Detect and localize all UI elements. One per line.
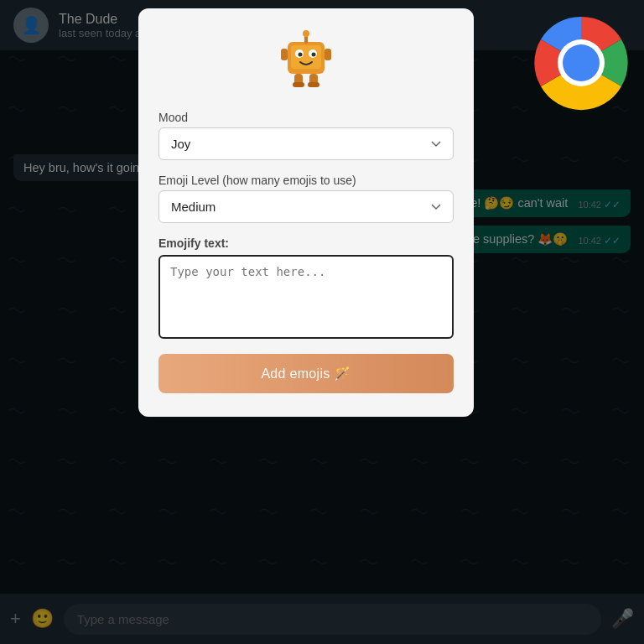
svg-rect-12 <box>281 49 288 60</box>
mood-dropdown[interactable]: Joy Sad Angry Fear Surprise Disgust <box>158 127 454 160</box>
svg-rect-8 <box>293 82 304 87</box>
svg-rect-9 <box>308 82 319 87</box>
svg-point-5 <box>312 53 316 57</box>
add-emojis-button[interactable]: Add emojis 🪄 <box>158 354 454 393</box>
emoji-level-label: Emoji Level (how many emojis to use) <box>158 174 356 187</box>
emoji-level-dropdown[interactable]: Low Medium High <box>158 190 454 223</box>
chrome-icon <box>527 8 636 117</box>
modal-mascot <box>273 25 340 101</box>
svg-point-11 <box>303 30 309 37</box>
svg-point-15 <box>563 44 600 81</box>
emojify-label: Emojify text: <box>158 236 229 250</box>
svg-point-4 <box>299 53 303 57</box>
mood-label: Mood <box>158 111 188 124</box>
emojify-modal: Mood Joy Sad Angry Fear Surprise Disgust… <box>138 8 474 417</box>
svg-rect-13 <box>325 49 331 60</box>
emojify-textarea[interactable] <box>158 255 454 339</box>
